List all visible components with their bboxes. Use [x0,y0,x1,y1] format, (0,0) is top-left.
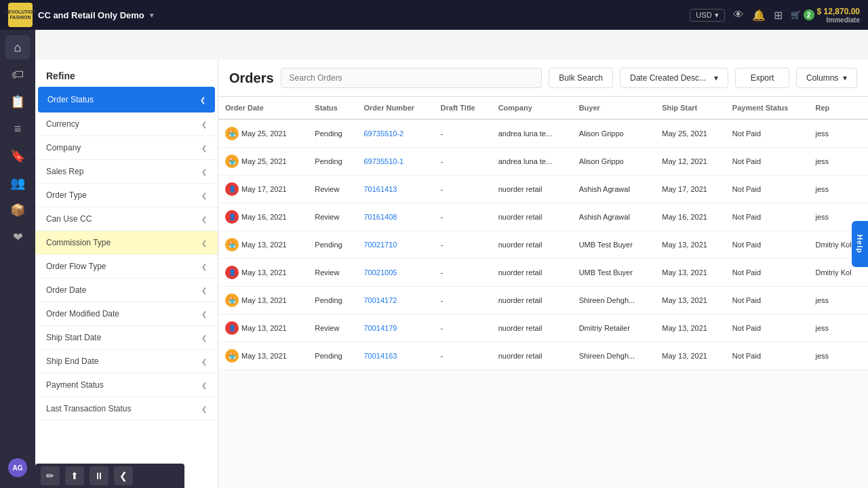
order-date-value: May 17, 2021 [241,185,287,193]
cell-rep: jess [808,119,868,148]
refine-item-label: Order Date [46,285,86,295]
status-badge: 👤 May 16, 2021 [225,210,287,224]
refine-item-order-date[interactable]: Order Date ❮ [35,279,218,302]
search-box [281,68,542,88]
cell-order-number: 69735510-1 [357,148,434,176]
cell-order-number: 70021005 [357,259,434,287]
cell-company: nuorder retail [492,231,572,259]
sidebar-item-users[interactable]: 👥 [5,171,30,195]
cart-area[interactable]: 🛒 2 $ 12,870.00 Immediate [791,7,860,24]
export-button[interactable]: Export [735,68,789,88]
refine-chevron-icon: ❮ [201,216,207,223]
pause-toolbar-button[interactable]: ⏸ [90,466,108,485]
grid-icon[interactable]: ⊞ [774,9,783,22]
cell-company: nuorder retail [492,342,572,370]
refine-item-order-type[interactable]: Order Type ❮ [35,184,218,207]
refine-item-company[interactable]: Company ❮ [35,136,218,160]
table-row[interactable]: 👤 May 17, 2021 Review 70161413 - nuorder… [218,176,868,203]
sidebar-item-bookmark[interactable]: 🔖 [5,144,30,168]
order-date-value: May 13, 2021 [241,352,287,360]
refine-item-can-use-cc[interactable]: Can Use CC ❮ [35,207,218,231]
bulk-search-button[interactable]: Bulk Search [549,68,613,88]
order-date-value: May 25, 2021 [241,157,287,165]
status-badge: 🏪 May 25, 2021 [225,127,287,140]
page-title: Orders [229,70,274,86]
help-button[interactable]: Help [852,221,868,267]
bell-icon[interactable]: 🔔 [752,9,766,22]
table-row[interactable]: 🏪 May 13, 2021 Pending 70021710 - nuorde… [218,231,868,259]
edit-toolbar-button[interactable]: ✏ [41,466,60,485]
refine-item-ship-end-date[interactable]: Ship End Date ❮ [35,350,218,373]
status-badge: 🏪 May 25, 2021 [225,155,287,168]
collapse-toolbar-button[interactable]: ❮ [114,466,133,485]
status-badge: 🏪 May 13, 2021 [225,349,287,363]
bottom-toolbar: ✏ ⬆ ⏸ ❮ [35,464,184,488]
refine-item-label: Payment Status [46,380,104,390]
sidebar-item-heart[interactable]: ❤ [5,225,30,249]
refine-item-label: Currency [46,119,79,129]
table-row[interactable]: 👤 May 16, 2021 Review 70161408 - nuorder… [218,203,868,231]
cell-order-date: 👤 May 16, 2021 [218,203,308,231]
refine-item-label: Sales Rep [46,167,83,176]
cell-rep: jess [808,287,868,314]
cell-payment-status: Not Paid [726,287,809,314]
orders-panel: Orders Bulk Search Date Created Desc... … [218,60,868,488]
currency-selector[interactable]: USD ▾ [690,9,724,22]
columns-button[interactable]: Columns ▾ [796,68,857,88]
refine-item-payment-status[interactable]: Payment Status ❮ [35,373,218,397]
refine-item-last-transaction-status[interactable]: Last Transaction Status ❮ [35,397,218,421]
table-row[interactable]: 👤 May 13, 2021 Review 70014179 - nuorder… [218,314,868,342]
cell-rep: jess [808,314,868,342]
sidebar-item-list[interactable]: ≡ [5,117,30,141]
cell-company: andrea luna te... [492,148,572,176]
date-filter-button[interactable]: Date Created Desc... ▾ [620,68,728,88]
cell-company: nuorder retail [492,203,572,231]
table-row[interactable]: 🏪 May 25, 2021 Pending 69735510-2 - andr… [218,119,868,148]
cell-order-date: 👤 May 13, 2021 [218,259,308,287]
col-rep: Rep [808,97,868,119]
cell-company: andrea luna te... [492,119,572,148]
table-row[interactable]: 🏪 May 13, 2021 Pending 70014163 - nuorde… [218,342,868,370]
table-row[interactable]: 👤 May 13, 2021 Review 70021005 - nuorder… [218,259,868,287]
cell-rep: jess [808,342,868,370]
table-row[interactable]: 🏪 May 13, 2021 Pending 70014172 - nuorde… [218,287,868,314]
cell-payment-status: Not Paid [726,119,809,148]
cell-status: Pending [308,119,357,148]
cell-draft-title: - [434,342,492,370]
cell-order-date: 🏪 May 13, 2021 [218,342,308,370]
orders-table-body: 🏪 May 25, 2021 Pending 69735510-2 - andr… [218,119,868,370]
refine-item-label: Order Status [47,95,94,104]
sidebar-item-tags[interactable]: 🏷 [5,62,30,87]
refine-item-label: Order Flow Type [46,262,106,271]
search-input[interactable] [281,68,542,88]
sidebar-item-box[interactable]: 📦 [5,198,30,222]
upload-toolbar-button[interactable]: ⬆ [65,466,84,485]
sidebar-item-home[interactable]: ⌂ [5,35,30,60]
company-logo: REVOLUTION FASHION [8,3,33,27]
cell-draft-title: - [434,148,492,176]
refine-item-sales-rep[interactable]: Sales Rep ❮ [35,160,218,184]
refine-item-order-flow-type[interactable]: Order Flow Type ❮ [35,255,218,279]
company-dropdown-arrow[interactable]: ▾ [150,12,153,19]
col-status: Status [308,97,357,119]
status-icon: 👤 [225,266,239,279]
refine-item-currency[interactable]: Currency ❮ [35,113,218,136]
table-header-row: Order Date Status Order Number Draft Tit… [218,97,868,119]
cell-draft-title: - [434,119,492,148]
refine-item-order-status[interactable]: Order Status ❮ [38,87,215,113]
table-row[interactable]: 🏪 May 25, 2021 Pending 69735510-1 - andr… [218,148,868,176]
cell-buyer: Ashish Agrawal [572,176,656,203]
cell-draft-title: - [434,203,492,231]
cell-company: nuorder retail [492,259,572,287]
left-sidebar: ⌂ 🏷 📋 ≡ 🔖 👥 📦 ❤ AG [0,30,35,488]
user-avatar[interactable]: AG [8,458,27,477]
eye-icon[interactable]: 👁 [733,9,744,21]
refine-item-commission-type[interactable]: Commission Type ❮ [35,231,218,255]
refine-item-ship-start-date[interactable]: Ship Start Date ❮ [35,326,218,350]
refine-item-order-modified-date[interactable]: Order Modified Date ❮ [35,302,218,326]
cell-payment-status: Not Paid [726,342,809,370]
cell-ship-start: May 25, 2021 [655,119,726,148]
col-buyer: Buyer [572,97,656,119]
sidebar-item-orders[interactable]: 📋 [5,89,30,114]
cell-order-number: 70014163 [357,342,434,370]
